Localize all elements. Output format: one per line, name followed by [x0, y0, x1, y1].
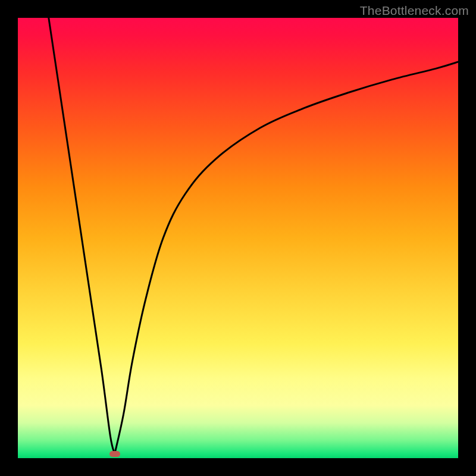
curve-right-branch	[115, 62, 458, 454]
curve-left-branch	[49, 18, 115, 454]
watermark-text: TheBottleneck.com	[360, 4, 469, 18]
chart-frame: TheBottleneck.com	[0, 0, 476, 476]
curve-svg	[18, 18, 458, 458]
optimum-marker	[109, 451, 120, 457]
plot-area	[18, 18, 458, 458]
